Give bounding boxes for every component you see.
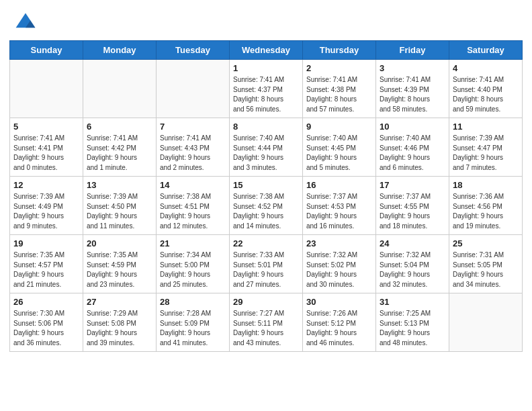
day-info: Sunrise: 7:39 AM Sunset: 4:47 PM Dayligh…	[453, 134, 519, 173]
calendar-cell: 2Sunrise: 7:41 AM Sunset: 4:38 PM Daylig…	[303, 60, 376, 118]
day-info: Sunrise: 7:35 AM Sunset: 4:57 PM Dayligh…	[13, 250, 79, 289]
calendar-cell: 21Sunrise: 7:34 AM Sunset: 5:00 PM Dayli…	[157, 235, 230, 293]
day-info: Sunrise: 7:38 AM Sunset: 4:51 PM Dayligh…	[160, 192, 226, 231]
day-of-week-header: Sunday	[10, 41, 83, 60]
calendar-cell: 8Sunrise: 7:40 AM Sunset: 4:44 PM Daylig…	[230, 118, 303, 177]
day-number: 30	[306, 297, 372, 307]
calendar-cell: 26Sunrise: 7:30 AM Sunset: 5:06 PM Dayli…	[10, 293, 83, 352]
logo-icon	[13, 11, 38, 35]
day-info: Sunrise: 7:37 AM Sunset: 4:55 PM Dayligh…	[380, 192, 445, 231]
day-info: Sunrise: 7:36 AM Sunset: 4:56 PM Dayligh…	[453, 192, 519, 231]
calendar-cell: 25Sunrise: 7:31 AM Sunset: 5:05 PM Dayli…	[449, 235, 523, 293]
day-info: Sunrise: 7:40 AM Sunset: 4:45 PM Dayligh…	[306, 134, 372, 173]
day-number: 24	[380, 238, 445, 248]
calendar-cell: 9Sunrise: 7:40 AM Sunset: 4:45 PM Daylig…	[303, 118, 376, 177]
day-number: 9	[306, 122, 372, 132]
day-of-week-header: Wednesday	[230, 41, 303, 60]
day-info: Sunrise: 7:41 AM Sunset: 4:37 PM Dayligh…	[233, 75, 299, 114]
calendar-cell: 15Sunrise: 7:38 AM Sunset: 4:52 PM Dayli…	[230, 177, 303, 235]
day-number: 14	[160, 180, 226, 190]
day-number: 1	[233, 63, 299, 73]
calendar-cell	[449, 293, 523, 352]
calendar-cell: 29Sunrise: 7:27 AM Sunset: 5:11 PM Dayli…	[230, 293, 303, 352]
calendar-table: SundayMondayTuesdayWednesdayThursdayFrid…	[9, 40, 523, 352]
day-info: Sunrise: 7:41 AM Sunset: 4:42 PM Dayligh…	[87, 134, 152, 173]
calendar-cell: 12Sunrise: 7:39 AM Sunset: 4:49 PM Dayli…	[10, 177, 83, 235]
day-info: Sunrise: 7:25 AM Sunset: 5:13 PM Dayligh…	[380, 309, 445, 348]
day-number: 6	[87, 122, 152, 132]
day-info: Sunrise: 7:39 AM Sunset: 4:49 PM Dayligh…	[13, 192, 79, 231]
calendar-cell: 1Sunrise: 7:41 AM Sunset: 4:37 PM Daylig…	[230, 60, 303, 118]
page-header	[0, 0, 532, 40]
day-number: 31	[380, 297, 445, 307]
day-info: Sunrise: 7:38 AM Sunset: 4:52 PM Dayligh…	[233, 192, 299, 231]
day-info: Sunrise: 7:40 AM Sunset: 4:46 PM Dayligh…	[380, 134, 445, 173]
day-number: 7	[160, 122, 226, 132]
day-of-week-header: Thursday	[303, 41, 376, 60]
day-info: Sunrise: 7:27 AM Sunset: 5:11 PM Dayligh…	[233, 309, 299, 348]
day-number: 29	[233, 297, 299, 307]
day-number: 17	[380, 180, 445, 190]
day-number: 28	[160, 297, 226, 307]
day-info: Sunrise: 7:41 AM Sunset: 4:38 PM Dayligh…	[306, 75, 372, 114]
day-number: 5	[13, 122, 79, 132]
calendar-cell: 10Sunrise: 7:40 AM Sunset: 4:46 PM Dayli…	[376, 118, 449, 177]
day-info: Sunrise: 7:35 AM Sunset: 4:59 PM Dayligh…	[87, 250, 152, 289]
day-info: Sunrise: 7:26 AM Sunset: 5:12 PM Dayligh…	[306, 309, 372, 348]
day-of-week-header: Saturday	[449, 41, 523, 60]
calendar-cell: 16Sunrise: 7:37 AM Sunset: 4:53 PM Dayli…	[303, 177, 376, 235]
day-number: 2	[306, 63, 372, 73]
day-info: Sunrise: 7:33 AM Sunset: 5:01 PM Dayligh…	[233, 250, 299, 289]
day-number: 22	[233, 238, 299, 248]
calendar-cell: 30Sunrise: 7:26 AM Sunset: 5:12 PM Dayli…	[303, 293, 376, 352]
day-number: 10	[380, 122, 445, 132]
calendar-cell: 31Sunrise: 7:25 AM Sunset: 5:13 PM Dayli…	[376, 293, 449, 352]
day-number: 20	[87, 238, 152, 248]
calendar-cell: 19Sunrise: 7:35 AM Sunset: 4:57 PM Dayli…	[10, 235, 83, 293]
day-number: 21	[160, 238, 226, 248]
day-number: 4	[453, 63, 519, 73]
calendar-cell	[157, 60, 230, 118]
day-number: 3	[380, 63, 445, 73]
day-info: Sunrise: 7:41 AM Sunset: 4:40 PM Dayligh…	[453, 75, 519, 114]
calendar-cell: 14Sunrise: 7:38 AM Sunset: 4:51 PM Dayli…	[157, 177, 230, 235]
calendar-cell: 5Sunrise: 7:41 AM Sunset: 4:41 PM Daylig…	[10, 118, 83, 177]
day-number: 27	[87, 297, 152, 307]
day-info: Sunrise: 7:41 AM Sunset: 4:39 PM Dayligh…	[380, 75, 445, 114]
logo	[13, 11, 42, 35]
day-info: Sunrise: 7:32 AM Sunset: 5:02 PM Dayligh…	[306, 250, 372, 289]
day-number: 15	[233, 180, 299, 190]
day-number: 26	[13, 297, 79, 307]
calendar-cell: 28Sunrise: 7:28 AM Sunset: 5:09 PM Dayli…	[157, 293, 230, 352]
calendar-cell: 6Sunrise: 7:41 AM Sunset: 4:42 PM Daylig…	[83, 118, 157, 177]
day-info: Sunrise: 7:30 AM Sunset: 5:06 PM Dayligh…	[13, 309, 79, 348]
day-info: Sunrise: 7:40 AM Sunset: 4:44 PM Dayligh…	[233, 134, 299, 173]
calendar-cell: 24Sunrise: 7:32 AM Sunset: 5:04 PM Dayli…	[376, 235, 449, 293]
day-info: Sunrise: 7:31 AM Sunset: 5:05 PM Dayligh…	[453, 250, 519, 289]
day-number: 12	[13, 180, 79, 190]
day-info: Sunrise: 7:41 AM Sunset: 4:41 PM Dayligh…	[13, 134, 79, 173]
calendar-cell: 7Sunrise: 7:41 AM Sunset: 4:43 PM Daylig…	[157, 118, 230, 177]
day-number: 11	[453, 122, 519, 132]
calendar-cell: 23Sunrise: 7:32 AM Sunset: 5:02 PM Dayli…	[303, 235, 376, 293]
day-info: Sunrise: 7:37 AM Sunset: 4:53 PM Dayligh…	[306, 192, 372, 231]
calendar-cell: 11Sunrise: 7:39 AM Sunset: 4:47 PM Dayli…	[449, 118, 523, 177]
day-number: 19	[13, 238, 79, 248]
day-of-week-header: Tuesday	[157, 41, 230, 60]
day-info: Sunrise: 7:28 AM Sunset: 5:09 PM Dayligh…	[160, 309, 226, 348]
calendar-cell: 18Sunrise: 7:36 AM Sunset: 4:56 PM Dayli…	[449, 177, 523, 235]
calendar-cell: 17Sunrise: 7:37 AM Sunset: 4:55 PM Dayli…	[376, 177, 449, 235]
day-number: 25	[453, 238, 519, 248]
day-info: Sunrise: 7:32 AM Sunset: 5:04 PM Dayligh…	[380, 250, 445, 289]
day-number: 8	[233, 122, 299, 132]
day-number: 23	[306, 238, 372, 248]
calendar-cell: 20Sunrise: 7:35 AM Sunset: 4:59 PM Dayli…	[83, 235, 157, 293]
day-of-week-header: Monday	[83, 41, 157, 60]
day-info: Sunrise: 7:34 AM Sunset: 5:00 PM Dayligh…	[160, 250, 226, 289]
day-info: Sunrise: 7:29 AM Sunset: 5:08 PM Dayligh…	[87, 309, 152, 348]
day-number: 13	[87, 180, 152, 190]
calendar-cell	[83, 60, 157, 118]
calendar-cell: 22Sunrise: 7:33 AM Sunset: 5:01 PM Dayli…	[230, 235, 303, 293]
day-number: 16	[306, 180, 372, 190]
day-number: 18	[453, 180, 519, 190]
